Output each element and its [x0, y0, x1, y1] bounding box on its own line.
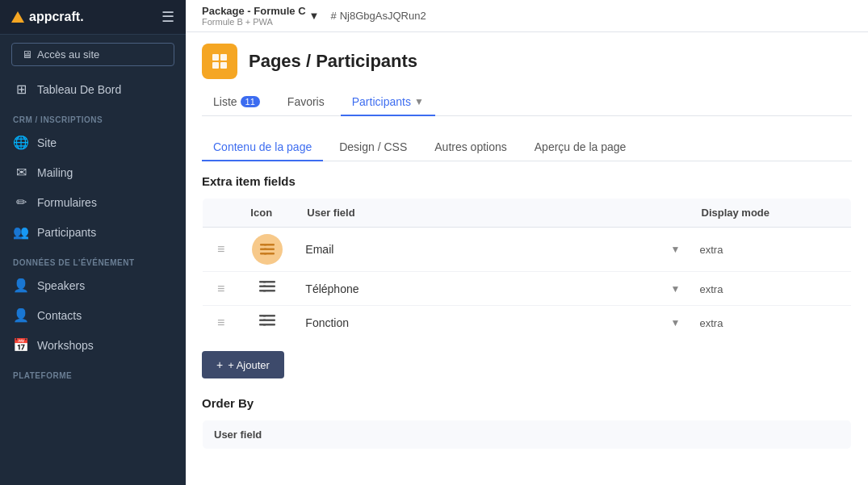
tab-liste[interactable]: Liste 11 [202, 89, 271, 116]
user-field-value: Email [305, 243, 667, 256]
dashboard-icon: ⊞ [13, 82, 29, 97]
contact-icon: 👤 [13, 307, 29, 323]
add-button[interactable]: + + Ajouter [202, 351, 284, 378]
tab-participants[interactable]: Participants ▼ [341, 89, 435, 116]
package-name: Package - Formule C [202, 5, 306, 17]
sidebar: appcraft. ☰ 🖥 Accès au site ⊞ Tableau De… [0, 0, 186, 485]
svg-rect-6 [260, 253, 275, 255]
icon-cell [249, 278, 286, 299]
order-by-table: User field [202, 420, 852, 449]
svg-rect-0 [212, 54, 219, 61]
sidebar-item-tableau-de-bord[interactable]: ⊞ Tableau De Bord [0, 74, 186, 104]
sidebar-item-mailing[interactable]: ✉ Mailing [0, 157, 186, 187]
tab-favoris[interactable]: Favoris [276, 89, 336, 116]
drag-handle-icon[interactable]: ≡ [212, 314, 229, 331]
sidebar-item-workshops[interactable]: 📅 Workshops [0, 330, 186, 360]
svg-rect-10 [259, 281, 275, 283]
hamburger-icon[interactable]: ☰ [161, 8, 174, 26]
col-user-field: User field [296, 199, 690, 228]
sidebar-item-label: Workshops [37, 339, 94, 352]
table-row: ≡ [203, 306, 852, 340]
icon-circle-highlighted[interactable] [252, 234, 283, 265]
sidebar-logo: appcraft. [11, 10, 84, 24]
user-field-dropdown[interactable]: ▼ [671, 244, 681, 255]
sidebar-item-label: Contacts [37, 309, 82, 322]
user-field-cell: Téléphone ▼ [305, 282, 680, 295]
package-dropdown-arrow[interactable]: ▼ [309, 10, 320, 22]
display-mode-value: extra [700, 244, 723, 256]
svg-rect-7 [264, 244, 266, 246]
col-icon: Icon [239, 199, 296, 228]
display-mode-value: extra [700, 317, 723, 329]
tab-autres[interactable]: Autres options [423, 134, 518, 161]
sidebar-header: appcraft. ☰ [0, 0, 186, 35]
hash-value: Nj8GbgAsJQRun2 [340, 10, 426, 22]
hash-symbol: # [330, 10, 336, 22]
package-selector[interactable]: Package - Formule C Formule B + PWA ▼ [202, 5, 319, 27]
sidebar-item-label: Site [37, 136, 57, 149]
main-content: Package - Formule C Formule B + PWA ▼ # … [186, 0, 868, 485]
svg-rect-16 [259, 315, 275, 317]
globe-icon: 🌐 [13, 135, 29, 150]
topbar: Package - Formule C Formule B + PWA ▼ # … [186, 0, 868, 32]
page-header: Pages / Participants Liste 11 Favoris Pa… [186, 32, 868, 116]
icon-cell [249, 312, 286, 332]
drag-handle-icon[interactable]: ≡ [212, 280, 229, 297]
hash-badge: # Nj8GbgAsJQRun2 [330, 10, 426, 22]
logo-icon [11, 11, 24, 23]
plus-icon: + [216, 358, 223, 371]
svg-rect-2 [212, 62, 219, 69]
content-area: Contenu de la page Design / CSS Autres o… [186, 116, 868, 485]
display-mode-value: extra [700, 283, 723, 295]
people-icon: 👥 [13, 224, 29, 240]
list-icon[interactable] [259, 312, 275, 332]
sidebar-item-formulaires[interactable]: ✏ Formulaires [0, 187, 186, 217]
page-tabs: Liste 11 Favoris Participants ▼ [202, 86, 852, 116]
svg-rect-11 [259, 286, 275, 288]
icon-cell [249, 234, 286, 265]
tab-design[interactable]: Design / CSS [328, 134, 418, 161]
user-field-dropdown[interactable]: ▼ [671, 283, 681, 295]
sidebar-item-contacts[interactable]: 👤 Contacts [0, 300, 186, 330]
sidebar-item-site[interactable]: 🌐 Site [0, 128, 186, 157]
package-sub: Formule B + PWA [202, 17, 306, 27]
page-title: Pages / Participants [249, 51, 417, 72]
table-row: ≡ [203, 228, 852, 272]
plateforme-section-label: PLATEFORME [0, 360, 186, 383]
edit-icon: ✏ [13, 194, 29, 210]
svg-rect-4 [260, 244, 275, 246]
page-header-top: Pages / Participants [202, 44, 852, 79]
sidebar-item-speakers[interactable]: 👤 Speakers [0, 270, 186, 300]
user-field-dropdown[interactable]: ▼ [671, 317, 681, 328]
svg-rect-13 [263, 281, 266, 283]
sidebar-item-label: Speakers [37, 279, 85, 292]
svg-rect-20 [263, 320, 266, 322]
col-display-mode: Display mode [690, 199, 852, 228]
svg-rect-8 [264, 249, 266, 251]
access-site-button[interactable]: 🖥 Accès au site [11, 43, 174, 66]
tab-contenu[interactable]: Contenu de la page [202, 134, 323, 161]
extra-fields-title: Extra item fields [202, 174, 852, 188]
speaker-icon: 👤 [13, 278, 29, 293]
svg-rect-9 [264, 253, 266, 255]
svg-rect-19 [263, 315, 266, 317]
svg-rect-18 [259, 324, 275, 326]
col-order-user-field: User field [203, 420, 852, 449]
liste-badge: 11 [241, 96, 260, 107]
user-field-value: Téléphone [305, 282, 667, 295]
extra-fields-table: Icon User field Display mode ≡ [202, 198, 852, 340]
order-by-title: Order By [202, 396, 852, 410]
sidebar-item-label: Mailing [37, 166, 73, 179]
drag-handle-icon[interactable]: ≡ [212, 240, 229, 257]
tab-apercu[interactable]: Aperçu de la page [523, 134, 638, 161]
svg-rect-14 [263, 286, 266, 288]
sidebar-item-label: Formulaires [37, 196, 97, 209]
sidebar-item-label: Participants [37, 226, 96, 239]
participants-tab-arrow[interactable]: ▼ [414, 96, 424, 107]
calendar-icon: 📅 [13, 337, 29, 353]
sidebar-item-participants[interactable]: 👥 Participants [0, 217, 186, 247]
content-tabs: Contenu de la page Design / CSS Autres o… [202, 131, 852, 161]
list-icon[interactable] [259, 278, 275, 299]
logo-text: appcraft. [29, 10, 84, 24]
user-field-cell: Email ▼ [305, 243, 680, 256]
